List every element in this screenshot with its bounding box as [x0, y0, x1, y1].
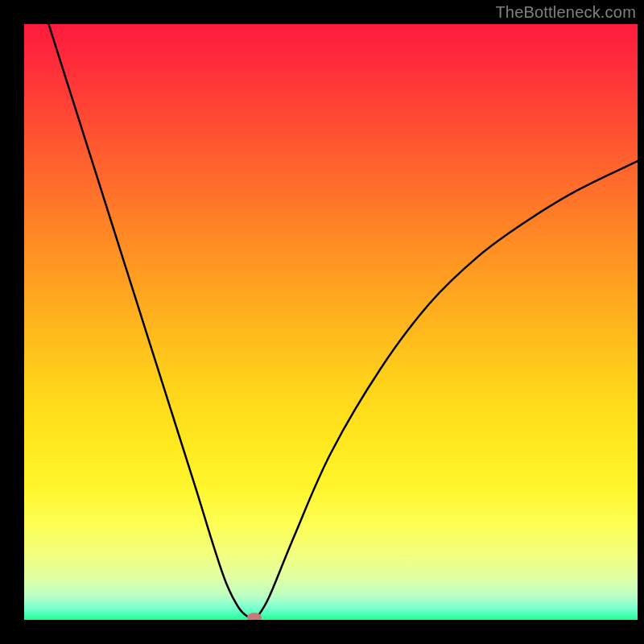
bottleneck-curve	[24, 24, 638, 620]
frame-bottom	[0, 620, 644, 644]
watermark-text: TheBottleneck.com	[495, 3, 636, 22]
frame-right	[638, 0, 644, 644]
plot-area	[24, 24, 638, 620]
frame-left	[0, 0, 24, 644]
minimum-marker	[247, 613, 262, 620]
